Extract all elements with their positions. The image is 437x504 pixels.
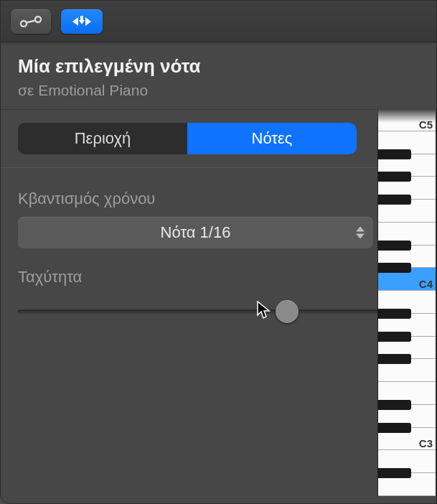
tab-notes[interactable]: Νότες — [187, 123, 357, 154]
slider-knob[interactable] — [276, 300, 299, 323]
segmented-row: Περιοχή Νότες — [1, 110, 436, 154]
time-quantize-label: Κβαντισμός χρόνου — [18, 190, 419, 208]
time-quantize-value: Νότα 1/16 — [161, 223, 231, 242]
notes-body: Κβαντισμός χρόνου Νότα 1/16 Q Ταχύτητα 8… — [1, 167, 436, 322]
piano-fade — [377, 108, 436, 123]
svg-point-0 — [21, 21, 27, 27]
stepper-icon — [356, 227, 365, 239]
velocity-header: Ταχύτητα 85 — [18, 267, 419, 287]
black-key[interactable] — [378, 309, 411, 319]
tab-notes-label: Νότες — [252, 129, 293, 148]
velocity-slider[interactable] — [18, 302, 419, 322]
key-label: C4 — [419, 278, 433, 290]
time-quantize-select[interactable]: Νότα 1/16 — [18, 217, 373, 248]
catch-icon — [70, 14, 94, 29]
editor-panel: Μία επιλεγμένη νότα σε Emotional Piano Π… — [0, 0, 437, 504]
automation-button[interactable] — [11, 9, 51, 34]
black-key[interactable] — [378, 354, 411, 364]
black-key[interactable] — [378, 468, 411, 478]
key-label: C3 — [419, 437, 433, 449]
automation-icon — [19, 16, 42, 27]
catch-playhead-button[interactable] — [61, 9, 103, 34]
svg-point-1 — [35, 17, 41, 22]
black-key[interactable] — [378, 400, 411, 410]
slider-track — [18, 310, 419, 314]
black-key[interactable] — [378, 241, 411, 251]
black-key[interactable] — [378, 149, 411, 159]
black-key[interactable] — [378, 423, 411, 433]
velocity-label: Ταχύτητα — [18, 268, 82, 286]
piano-keyboard[interactable]: C5C4C3 — [377, 108, 436, 496]
selection-subtitle: σε Emotional Piano — [18, 82, 419, 99]
selection-header: Μία επιλεγμένη νότα σε Emotional Piano — [1, 42, 436, 110]
black-key[interactable] — [378, 332, 411, 342]
tab-region[interactable]: Περιοχή — [18, 123, 187, 154]
svg-line-2 — [27, 20, 36, 22]
selection-title: Μία επιλεγμένη νότα — [18, 55, 419, 78]
black-key[interactable] — [378, 263, 411, 273]
time-quantize-row: Νότα 1/16 Q — [18, 217, 419, 248]
toolbar — [1, 1, 436, 42]
black-key[interactable] — [378, 195, 411, 205]
black-key[interactable] — [378, 172, 411, 182]
region-notes-segmented: Περιοχή Νότες — [18, 123, 357, 154]
tab-region-label: Περιοχή — [75, 129, 131, 148]
